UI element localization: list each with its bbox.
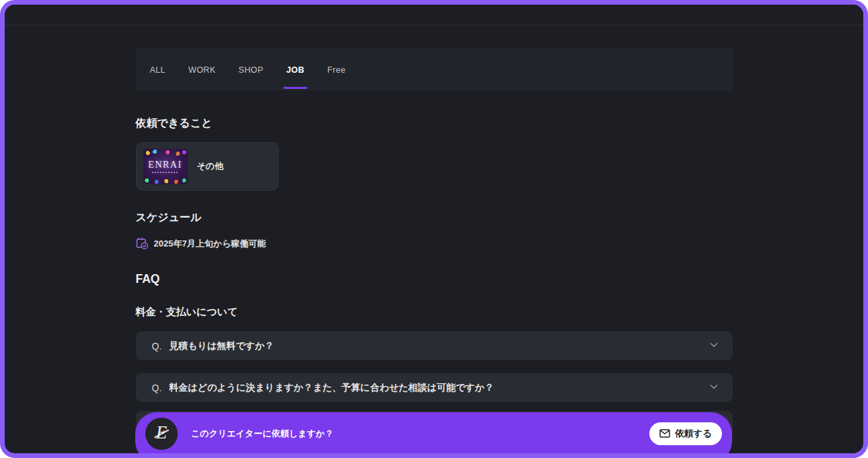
envelope-icon — [659, 429, 670, 438]
faq-question-text: 料金はどのように決まりますか？また、予算に合わせた相談は可能ですか？ — [169, 382, 494, 394]
calendar-check-icon — [136, 237, 149, 250]
request-button-label: 依頼する — [675, 428, 712, 440]
faq-item-pricing[interactable]: Q. 料金はどのように決まりますか？また、予算に合わせた相談は可能ですか？ — [136, 373, 733, 402]
tab-free[interactable]: Free — [316, 48, 357, 91]
schedule-availability-row: 2025年7月上旬から稼働可能 — [136, 237, 733, 250]
faq-question-prefix: Q. — [152, 341, 162, 352]
chevron-down-icon — [709, 381, 719, 395]
faq-section-title: FAQ — [136, 272, 733, 286]
creator-avatar: E — [145, 418, 178, 450]
request-button[interactable]: 依頼する — [649, 422, 722, 445]
main-content: ALL WORK SHOP JOB Free 依頼できること ENRAI その他… — [136, 48, 733, 440]
thumbnail-subtitle-decoration — [152, 172, 179, 173]
services-section-title: 依頼できること — [136, 117, 733, 131]
page-frame: ALL WORK SHOP JOB Free 依頼できること ENRAI その他… — [0, 0, 868, 458]
faq-question-prefix: Q. — [152, 383, 162, 393]
faq-question-text: 見積もりは無料ですか？ — [169, 340, 274, 352]
creator-request-bar: E このクリエイターに依頼しますか？ 依頼する — [135, 412, 732, 458]
faq-item-estimate[interactable]: Q. 見積もりは無料ですか？ — [136, 331, 733, 360]
service-card-other[interactable]: ENRAI その他 — [136, 142, 279, 191]
schedule-availability-text: 2025年7月上旬から稼働可能 — [154, 238, 266, 250]
faq-group-title: 料金・支払いについて — [136, 306, 733, 319]
top-header-bar — [5, 5, 863, 26]
service-card-label: その他 — [197, 160, 224, 172]
tab-job[interactable]: JOB — [275, 48, 316, 91]
request-message: このクリエイターに依頼しますか？ — [191, 428, 334, 440]
tab-bar: ALL WORK SHOP JOB Free — [136, 48, 733, 91]
chevron-down-icon — [709, 339, 719, 353]
thumbnail-title: ENRAI — [148, 160, 182, 170]
service-thumbnail-image: ENRAI — [143, 149, 188, 184]
tab-all[interactable]: ALL — [139, 48, 177, 91]
schedule-section-title: スケジュール — [136, 211, 733, 225]
tab-shop[interactable]: SHOP — [227, 48, 275, 91]
tab-work[interactable]: WORK — [177, 48, 227, 91]
